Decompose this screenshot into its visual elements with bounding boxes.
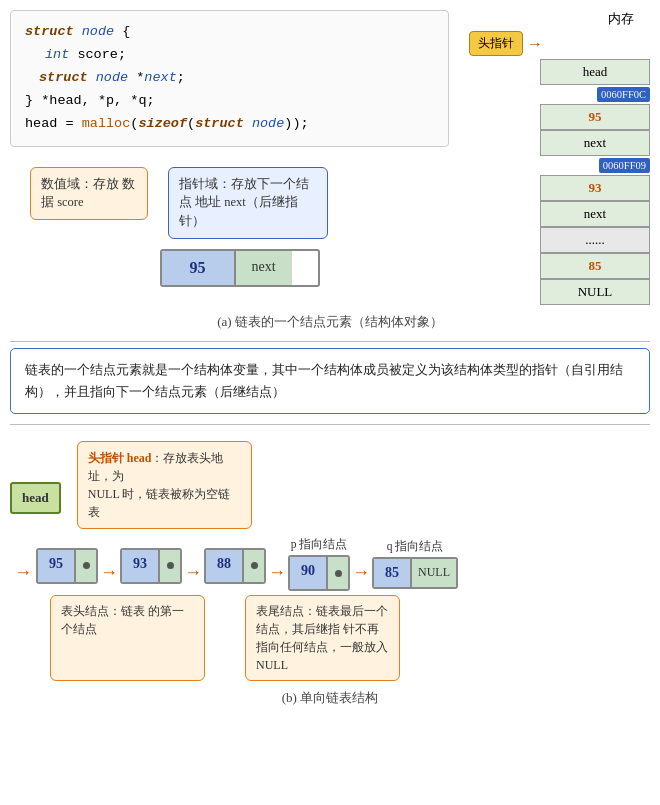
- code-line-1: struct node {: [25, 21, 434, 44]
- node-value-cell: 95: [162, 251, 236, 285]
- ll-val-85: 85: [374, 559, 412, 587]
- memory-diagram-area: 内存 头指针 → head 0060FF0C 95 next: [465, 10, 650, 305]
- caption-b-text: (b) 单向链表结构: [282, 690, 378, 705]
- mem-addr-2: 0060FF09: [599, 158, 650, 173]
- node-element: 95 next: [160, 249, 320, 287]
- code-line-2: int score;: [25, 44, 434, 67]
- ll-node-90: 90: [288, 555, 350, 591]
- mem-cell-next1: next: [540, 130, 650, 156]
- ll-bottom-callouts: 表头结点：链表 的第一个结点 表尾结点：链表最后一个结点，其后继指 针不再指向任…: [10, 595, 650, 681]
- mem-row-85: 85: [465, 253, 650, 279]
- ll-nodes-container: → 95 → 93 → 88 →: [14, 537, 650, 591]
- caption-a-text: (a) 链表的一个结点元素（结构体对象）: [217, 314, 443, 329]
- ll-val-88: 88: [206, 550, 244, 582]
- callout-pointer-domain: 指针域：存放下一个结点 地址 next（后继指针）: [168, 167, 328, 239]
- mem-cell-93: 93: [540, 175, 650, 201]
- mem-addr-1: 0060FF0C: [597, 87, 650, 102]
- code-line-4: } *head, *p, *q;: [25, 90, 434, 113]
- section-divider-2: [10, 424, 650, 425]
- ll-node-93: 93: [120, 548, 182, 584]
- top-wrapper: struct node { int score; struct node *ne…: [0, 0, 660, 305]
- ll-node-85-label: q 指向结点: [387, 539, 444, 554]
- ll-val-95: 95: [38, 550, 76, 582]
- mem-row-addr2: 0060FF09: [465, 158, 650, 173]
- arr-93-88: →: [184, 546, 202, 583]
- memory-cells: head 0060FF0C 95 next 0060FF09 93: [465, 59, 650, 305]
- ll-head-label: head: [10, 482, 61, 514]
- head-pointer-label: 头指针: [469, 31, 523, 56]
- ll-top-row: head 头指针 head：存放表头地址，为NULL 时，链表被称为空链表: [10, 437, 650, 529]
- ll-ptr-93: [160, 550, 180, 582]
- ll-node-95-col: 95: [36, 545, 98, 584]
- ll-head-callout: 头指针 head：存放表头地址，为NULL 时，链表被称为空链表: [77, 441, 252, 529]
- ll-node-88: 88: [204, 548, 266, 584]
- ll-node-88-col: 88: [204, 545, 266, 584]
- code-line-5: head = malloc(sizeof(struct node));: [25, 113, 434, 136]
- mem-row-95: 95: [465, 104, 650, 130]
- callout-tail-node: 表尾结点：链表最后一个结点，其后继指 针不再指向任何结点，一般放入 NULL: [245, 595, 400, 681]
- head-to-first-arrow: →: [14, 562, 32, 583]
- mem-cell-next2: next: [540, 201, 650, 227]
- code-line-3: struct node *next;: [25, 67, 434, 90]
- ll-val-93: 93: [122, 550, 160, 582]
- mem-cell-85: 85: [540, 253, 650, 279]
- ll-node-85-col: q 指向结点 85 NULL: [372, 539, 458, 589]
- arr-90-85: →: [352, 546, 370, 583]
- section-divider: [10, 341, 650, 342]
- ll-node-95: 95: [36, 548, 98, 584]
- code-block: struct node { int score; struct node *ne…: [10, 10, 449, 147]
- mem-row-dots: ......: [465, 227, 650, 253]
- mem-cell-95: 95: [540, 104, 650, 130]
- node-diagram-area: 数值域：存放 数据 score 指针域：存放下一个结点 地址 next（后继指针…: [10, 147, 449, 239]
- ll-node-90-col: p 指向结点 90: [288, 537, 350, 591]
- mem-row-head: head: [465, 59, 650, 85]
- mem-row-93: 93: [465, 175, 650, 201]
- mem-row-addr1: 0060FF0C: [465, 87, 650, 102]
- ll-val-90: 90: [290, 557, 328, 589]
- memory-title: 内存: [608, 10, 634, 28]
- ll-node-93-col: 93: [120, 545, 182, 584]
- node-next-cell: next: [236, 251, 292, 285]
- code-area: struct node { int score; struct node *ne…: [10, 10, 449, 305]
- node-box-row: 95 next: [30, 249, 449, 287]
- ll-null-85: NULL: [412, 559, 456, 587]
- ll-node-90-label: p 指向结点: [291, 537, 348, 552]
- caption-b: (b) 单向链表结构: [0, 681, 660, 713]
- caption-a: (a) 链表的一个结点元素（结构体对象）: [0, 305, 660, 337]
- ll-section: head 头指针 head：存放表头地址，为NULL 时，链表被称为空链表 → …: [0, 429, 660, 681]
- ll-node-85: 85 NULL: [372, 557, 458, 589]
- mem-cell-head: head: [540, 59, 650, 85]
- mem-row-next1: next: [465, 130, 650, 156]
- arr-88-90: →: [268, 546, 286, 583]
- callout-value-domain: 数值域：存放 数据 score: [30, 167, 148, 221]
- mem-row-null-top: NULL: [465, 279, 650, 305]
- ll-ptr-90: [328, 557, 348, 589]
- arr-95-93: →: [100, 546, 118, 583]
- mem-row-next2: next: [465, 201, 650, 227]
- ll-ptr-88: [244, 550, 264, 582]
- ll-ptr-95: [76, 550, 96, 582]
- description-box: 链表的一个结点元素就是一个结构体变量，其中一个结构体成员被定义为该结构体类型的指…: [10, 348, 650, 414]
- mem-cell-dots: ......: [540, 227, 650, 253]
- callout-head-node: 表头结点：链表 的第一个结点: [50, 595, 205, 681]
- mem-cell-null-top: NULL: [540, 279, 650, 305]
